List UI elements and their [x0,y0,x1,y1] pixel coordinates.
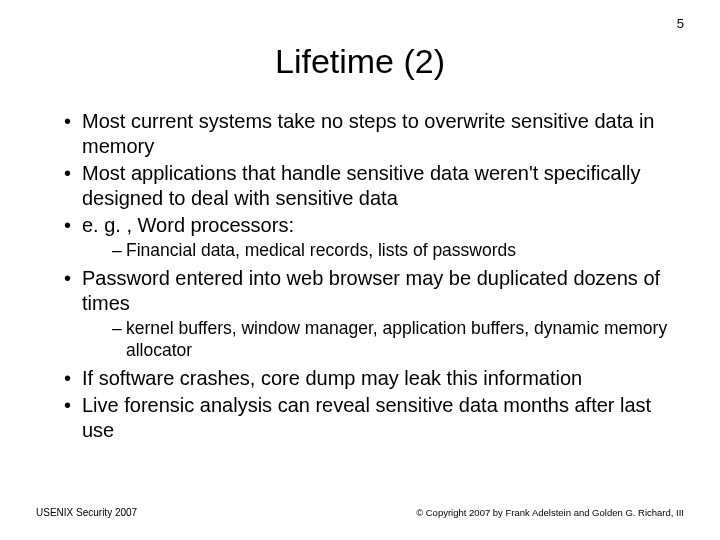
bullet-text: Most current systems take no steps to ov… [82,110,654,157]
list-item: Live forensic analysis can reveal sensit… [64,393,684,443]
bullet-text: If software crashes, core dump may leak … [82,367,582,389]
slide: 5 Lifetime (2) Most current systems take… [0,0,720,540]
list-item: Password entered into web browser may be… [64,266,684,362]
slide-title: Lifetime (2) [36,42,684,81]
sub-bullet-text: kernel buffers, window manager, applicat… [126,318,667,360]
list-item: Most current systems take no steps to ov… [64,109,684,159]
bullet-list: Most current systems take no steps to ov… [36,109,684,443]
bullet-text: Live forensic analysis can reveal sensit… [82,394,651,441]
bullet-text: Most applications that handle sensitive … [82,162,641,209]
sub-list: kernel buffers, window manager, applicat… [82,318,684,362]
sub-list-item: Financial data, medical records, lists o… [112,240,684,262]
sub-bullet-text: Financial data, medical records, lists o… [126,240,516,260]
bullet-text: Password entered into web browser may be… [82,267,660,314]
sub-list-item: kernel buffers, window manager, applicat… [112,318,684,362]
footer: USENIX Security 2007 © Copyright 2007 by… [36,507,684,518]
page-number: 5 [677,16,684,31]
list-item: If software crashes, core dump may leak … [64,366,684,391]
bullet-text: e. g. , Word processors: [82,214,294,236]
sub-list: Financial data, medical records, lists o… [82,240,684,262]
list-item: Most applications that handle sensitive … [64,161,684,211]
footer-left: USENIX Security 2007 [36,507,137,518]
list-item: e. g. , Word processors: Financial data,… [64,213,684,262]
footer-right: © Copyright 2007 by Frank Adelstein and … [416,507,684,518]
